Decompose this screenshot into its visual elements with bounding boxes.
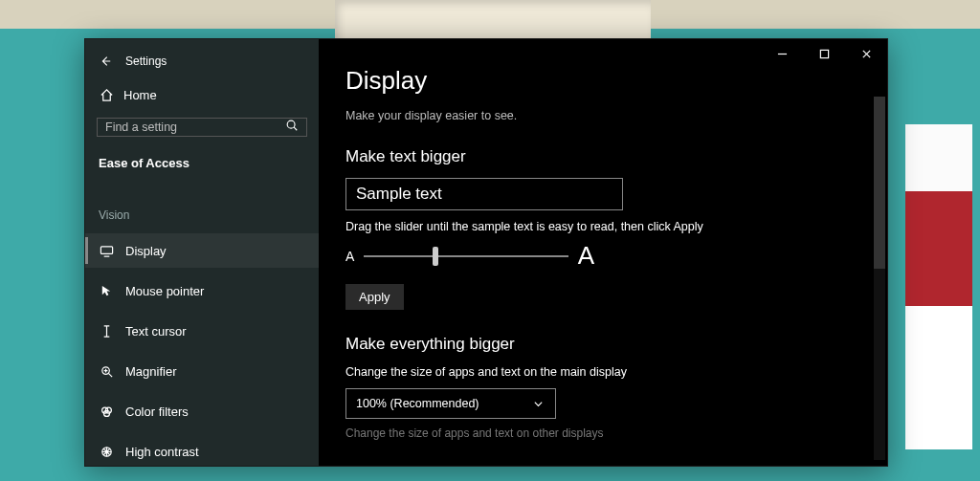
- search-icon[interactable]: [278, 119, 306, 136]
- sidebar-item-label: Color filters: [125, 404, 189, 419]
- sidebar-item-display[interactable]: Display: [85, 233, 319, 268]
- close-button[interactable]: [845, 39, 887, 68]
- combo-value: 100% (Recommended): [356, 397, 479, 410]
- back-arrow-icon[interactable]: [99, 55, 112, 68]
- sidebar-item-color-filters[interactable]: Color filters: [85, 394, 319, 428]
- sidebar-item-text-cursor[interactable]: Text cursor: [85, 314, 319, 348]
- sidebar-group-vision: Vision: [85, 187, 319, 228]
- slider-thumb[interactable]: [433, 247, 438, 266]
- chevron-down-icon: [530, 396, 546, 411]
- svg-rect-7: [820, 50, 828, 57]
- main-panel: Display Make your display easier to see.…: [319, 39, 887, 466]
- apply-button[interactable]: Apply: [345, 284, 404, 310]
- high-contrast-icon: [99, 444, 114, 459]
- page-subtitle: Make your display easier to see.: [345, 109, 860, 122]
- maximize-button[interactable]: [803, 39, 845, 68]
- scrollbar-thumb[interactable]: [874, 97, 885, 269]
- section-make-text-bigger-title: Make text bigger: [345, 147, 860, 166]
- other-displays-link[interactable]: Change the size of apps and text on othe…: [345, 426, 860, 440]
- sidebar-item-high-contrast[interactable]: High contrast: [85, 434, 319, 469]
- svg-rect-1: [100, 246, 112, 253]
- window-controls: [761, 39, 887, 68]
- search-input[interactable]: [98, 120, 278, 134]
- sidebar-home[interactable]: Home: [85, 83, 319, 106]
- sidebar: Settings Home Ease of Access Vision Disp…: [85, 39, 319, 466]
- mouse-pointer-icon: [99, 283, 114, 298]
- display-scale-combobox[interactable]: 100% (Recommended): [345, 388, 556, 419]
- text-cursor-icon: [99, 323, 114, 339]
- sidebar-item-label: Display: [125, 244, 167, 258]
- titlebar: Settings: [85, 49, 319, 77]
- sidebar-section-header: Ease of Access: [85, 150, 319, 182]
- sample-text-box: Sample text: [345, 178, 623, 210]
- search-box[interactable]: [97, 118, 307, 137]
- sample-text: Sample text: [356, 185, 442, 204]
- text-size-slider[interactable]: [364, 255, 568, 257]
- display-icon: [99, 243, 114, 258]
- sidebar-item-label: High contrast: [125, 445, 199, 459]
- app-title: Settings: [125, 55, 167, 68]
- sidebar-item-magnifier[interactable]: Magnifier: [85, 354, 319, 388]
- slider-hint: Drag the slider until the sample text is…: [345, 220, 860, 233]
- page-title: Display: [345, 66, 860, 96]
- small-a-label: A: [345, 249, 354, 264]
- home-label: Home: [123, 88, 157, 102]
- svg-point-0: [287, 120, 295, 128]
- sidebar-item-mouse-pointer[interactable]: Mouse pointer: [85, 273, 319, 308]
- sidebar-item-label: Mouse pointer: [125, 284, 204, 298]
- big-a-label: A: [578, 241, 594, 271]
- settings-window: Settings Home Ease of Access Vision Disp…: [84, 38, 888, 467]
- home-icon: [99, 87, 114, 102]
- section2-description: Change the size of apps and text on the …: [345, 365, 860, 379]
- sidebar-item-label: Magnifier: [125, 364, 176, 379]
- sidebar-item-label: Text cursor: [125, 324, 187, 339]
- section-make-everything-bigger-title: Make everything bigger: [345, 335, 860, 354]
- text-size-slider-row: A A: [345, 241, 594, 271]
- color-filters-icon: [99, 404, 114, 419]
- minimize-button[interactable]: [761, 39, 803, 68]
- magnifier-icon: [99, 363, 114, 379]
